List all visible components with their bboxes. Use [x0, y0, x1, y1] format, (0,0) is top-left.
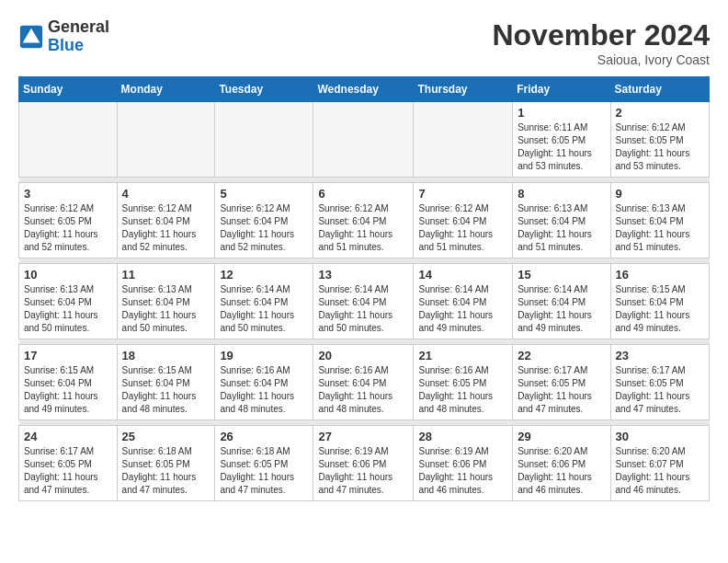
day-info: Sunrise: 6:16 AM Sunset: 6:04 PM Dayligh…	[220, 364, 308, 416]
day-number: 20	[318, 349, 408, 362]
calendar-day-cell: 5Sunrise: 6:12 AM Sunset: 6:04 PM Daylig…	[215, 183, 313, 259]
day-header: Tuesday	[215, 77, 313, 102]
calendar-day-cell: 26Sunrise: 6:18 AM Sunset: 6:05 PM Dayli…	[215, 426, 313, 501]
day-number: 2	[616, 106, 704, 120]
day-number: 23	[616, 349, 704, 362]
day-number: 30	[616, 430, 704, 443]
day-number: 4	[122, 187, 210, 201]
day-info: Sunrise: 6:17 AM Sunset: 6:05 PM Dayligh…	[24, 445, 112, 497]
day-header: Thursday	[414, 77, 513, 102]
day-number: 6	[318, 187, 408, 201]
day-info: Sunrise: 6:18 AM Sunset: 6:05 PM Dayligh…	[220, 445, 308, 497]
day-info: Sunrise: 6:12 AM Sunset: 6:05 PM Dayligh…	[24, 202, 112, 254]
day-info: Sunrise: 6:17 AM Sunset: 6:05 PM Dayligh…	[616, 364, 704, 416]
calendar-week-row: 1Sunrise: 6:11 AM Sunset: 6:05 PM Daylig…	[19, 102, 710, 178]
logo-blue: Blue	[48, 37, 109, 55]
day-info: Sunrise: 6:19 AM Sunset: 6:06 PM Dayligh…	[418, 445, 507, 497]
calendar-day-cell: 1Sunrise: 6:11 AM Sunset: 6:05 PM Daylig…	[513, 102, 610, 178]
day-header: Saturday	[610, 77, 709, 102]
calendar-header-row: SundayMondayTuesdayWednesdayThursdayFrid…	[19, 77, 710, 102]
day-header: Friday	[513, 77, 610, 102]
day-number: 26	[220, 430, 308, 443]
day-info: Sunrise: 6:18 AM Sunset: 6:05 PM Dayligh…	[122, 445, 210, 497]
day-number: 29	[518, 430, 605, 443]
day-number: 1	[518, 106, 605, 120]
day-info: Sunrise: 6:14 AM Sunset: 6:04 PM Dayligh…	[518, 283, 605, 335]
day-header: Monday	[117, 77, 215, 102]
day-header: Wednesday	[313, 77, 414, 102]
calendar-day-cell: 22Sunrise: 6:17 AM Sunset: 6:05 PM Dayli…	[513, 345, 610, 420]
day-number: 7	[418, 187, 507, 201]
day-number: 8	[518, 187, 605, 201]
calendar-day-cell: 19Sunrise: 6:16 AM Sunset: 6:04 PM Dayli…	[215, 345, 313, 420]
day-number: 11	[122, 268, 210, 282]
day-number: 9	[616, 187, 704, 201]
calendar-day-cell	[414, 102, 513, 178]
day-number: 21	[418, 349, 507, 362]
calendar-day-cell: 23Sunrise: 6:17 AM Sunset: 6:05 PM Dayli…	[610, 345, 709, 420]
day-number: 3	[24, 187, 112, 201]
calendar-day-cell: 29Sunrise: 6:20 AM Sunset: 6:06 PM Dayli…	[513, 426, 610, 501]
calendar-day-cell: 18Sunrise: 6:15 AM Sunset: 6:04 PM Dayli…	[117, 345, 215, 420]
calendar-day-cell: 30Sunrise: 6:20 AM Sunset: 6:07 PM Dayli…	[610, 426, 709, 501]
calendar-day-cell: 4Sunrise: 6:12 AM Sunset: 6:04 PM Daylig…	[117, 183, 215, 259]
day-info: Sunrise: 6:19 AM Sunset: 6:06 PM Dayligh…	[318, 445, 408, 497]
day-number: 19	[220, 349, 308, 362]
calendar-day-cell: 6Sunrise: 6:12 AM Sunset: 6:04 PM Daylig…	[313, 183, 414, 259]
day-info: Sunrise: 6:14 AM Sunset: 6:04 PM Dayligh…	[318, 283, 408, 335]
calendar-day-cell	[215, 102, 313, 178]
calendar-day-cell: 15Sunrise: 6:14 AM Sunset: 6:04 PM Dayli…	[513, 264, 610, 339]
calendar-table: SundayMondayTuesdayWednesdayThursdayFrid…	[18, 76, 710, 501]
day-number: 16	[616, 268, 704, 282]
day-number: 25	[122, 430, 210, 443]
calendar-day-cell: 17Sunrise: 6:15 AM Sunset: 6:04 PM Dayli…	[19, 345, 118, 420]
calendar-week-row: 3Sunrise: 6:12 AM Sunset: 6:05 PM Daylig…	[19, 183, 710, 259]
day-info: Sunrise: 6:12 AM Sunset: 6:05 PM Dayligh…	[616, 121, 704, 173]
day-info: Sunrise: 6:16 AM Sunset: 6:04 PM Dayligh…	[318, 364, 408, 416]
calendar-day-cell: 25Sunrise: 6:18 AM Sunset: 6:05 PM Dayli…	[117, 426, 215, 501]
calendar-week-row: 17Sunrise: 6:15 AM Sunset: 6:04 PM Dayli…	[19, 345, 710, 420]
logo-text: General Blue	[48, 18, 109, 55]
calendar-week-row: 10Sunrise: 6:13 AM Sunset: 6:04 PM Dayli…	[19, 264, 710, 339]
calendar-day-cell: 12Sunrise: 6:14 AM Sunset: 6:04 PM Dayli…	[215, 264, 313, 339]
day-info: Sunrise: 6:12 AM Sunset: 6:04 PM Dayligh…	[418, 202, 507, 254]
day-number: 27	[318, 430, 408, 443]
day-info: Sunrise: 6:15 AM Sunset: 6:04 PM Dayligh…	[616, 283, 704, 335]
day-number: 12	[220, 268, 308, 282]
day-header: Sunday	[19, 77, 118, 102]
day-number: 13	[318, 268, 408, 282]
day-info: Sunrise: 6:16 AM Sunset: 6:05 PM Dayligh…	[418, 364, 507, 416]
calendar-day-cell	[313, 102, 414, 178]
day-number: 24	[24, 430, 112, 443]
logo: General Blue	[18, 18, 109, 55]
location-subtitle: Saioua, Ivory Coast	[492, 52, 710, 67]
calendar-week-row: 24Sunrise: 6:17 AM Sunset: 6:05 PM Dayli…	[19, 426, 710, 501]
page-header: General Blue November 2024 Saioua, Ivory…	[18, 18, 710, 67]
day-info: Sunrise: 6:13 AM Sunset: 6:04 PM Dayligh…	[24, 283, 112, 335]
day-info: Sunrise: 6:13 AM Sunset: 6:04 PM Dayligh…	[518, 202, 605, 254]
day-number: 5	[220, 187, 308, 201]
calendar-day-cell: 8Sunrise: 6:13 AM Sunset: 6:04 PM Daylig…	[513, 183, 610, 259]
calendar-day-cell: 28Sunrise: 6:19 AM Sunset: 6:06 PM Dayli…	[414, 426, 513, 501]
day-info: Sunrise: 6:14 AM Sunset: 6:04 PM Dayligh…	[418, 283, 507, 335]
day-number: 17	[24, 349, 112, 362]
day-number: 18	[122, 349, 210, 362]
calendar-day-cell	[19, 102, 118, 178]
day-number: 14	[418, 268, 507, 282]
calendar-day-cell: 10Sunrise: 6:13 AM Sunset: 6:04 PM Dayli…	[19, 264, 118, 339]
calendar-day-cell: 27Sunrise: 6:19 AM Sunset: 6:06 PM Dayli…	[313, 426, 414, 501]
day-info: Sunrise: 6:15 AM Sunset: 6:04 PM Dayligh…	[122, 364, 210, 416]
title-section: November 2024 Saioua, Ivory Coast	[492, 18, 710, 67]
day-info: Sunrise: 6:13 AM Sunset: 6:04 PM Dayligh…	[616, 202, 704, 254]
day-info: Sunrise: 6:12 AM Sunset: 6:04 PM Dayligh…	[122, 202, 210, 254]
day-info: Sunrise: 6:13 AM Sunset: 6:04 PM Dayligh…	[122, 283, 210, 335]
day-info: Sunrise: 6:11 AM Sunset: 6:05 PM Dayligh…	[518, 121, 605, 173]
calendar-day-cell: 7Sunrise: 6:12 AM Sunset: 6:04 PM Daylig…	[414, 183, 513, 259]
day-number: 22	[518, 349, 605, 362]
calendar-day-cell: 21Sunrise: 6:16 AM Sunset: 6:05 PM Dayli…	[414, 345, 513, 420]
day-info: Sunrise: 6:15 AM Sunset: 6:04 PM Dayligh…	[24, 364, 112, 416]
calendar-day-cell: 24Sunrise: 6:17 AM Sunset: 6:05 PM Dayli…	[19, 426, 118, 501]
calendar-day-cell: 20Sunrise: 6:16 AM Sunset: 6:04 PM Dayli…	[313, 345, 414, 420]
day-info: Sunrise: 6:12 AM Sunset: 6:04 PM Dayligh…	[318, 202, 408, 254]
day-info: Sunrise: 6:17 AM Sunset: 6:05 PM Dayligh…	[518, 364, 605, 416]
